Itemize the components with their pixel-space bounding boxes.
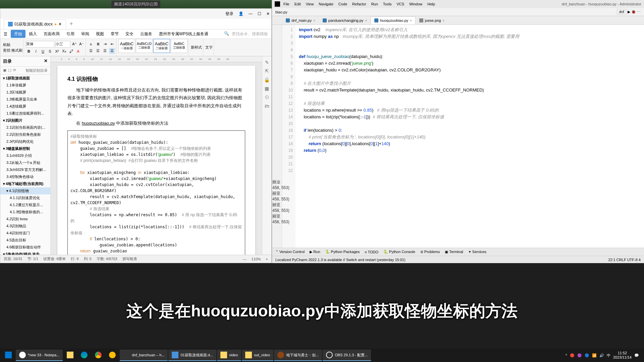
toc-item[interactable]: ▾4地下城处理(当前房间) [0, 180, 50, 187]
menu-edit[interactable]: Edit [292, 1, 303, 7]
toc-item[interactable]: 4.1.3怪物坐标值的... [0, 208, 50, 216]
align-justify-icon[interactable]: ☰ [109, 48, 115, 54]
tray-clock[interactable]: 11:52 2023/11/14 [613, 351, 632, 360]
menu-tools[interactable]: Tools [381, 1, 394, 7]
toc-collapse-icon[interactable]: ▢ [8, 68, 11, 73]
wps-doc-tab[interactable]: 01获取游戏画面.docx ● ✕ [4, 19, 66, 29]
menu-vcs[interactable]: VCS [395, 1, 407, 7]
toc-item[interactable]: 3.3ch9329 官方文档解... [0, 166, 50, 173]
toc-item[interactable]: 4.1.2通过方框显示... [0, 201, 50, 208]
status-spell[interactable]: 拼写检查 [122, 256, 137, 261]
login-button[interactable]: 登录 [225, 11, 233, 17]
run-config[interactable]: dnf [617, 9, 627, 14]
style-h2a[interactable]: AaBbCcD二级标题 [136, 39, 153, 53]
taskbar-item[interactable]: OBS 29.1.3 - 配置... [323, 350, 371, 361]
ribbon-tab-1[interactable]: 插入 [25, 30, 40, 38]
search-icon[interactable]: 🔍 [224, 31, 229, 37]
menu-code[interactable]: Code [336, 1, 349, 7]
project-gutter[interactable] [272, 25, 282, 248]
menu-refactor[interactable]: Refactor [350, 1, 368, 7]
text-tool-button[interactable]: 文字 [205, 45, 213, 50]
toc-item[interactable]: 4.2识别 boss [0, 216, 50, 223]
tool-tab[interactable]: ⊘ Problems [420, 250, 440, 254]
editor-tab[interactable]: juese.png × [416, 16, 448, 24]
toc-item[interactable]: 2.2识别当前角色坐标 [0, 131, 50, 138]
bullet-list-icon[interactable]: ≡ [88, 41, 94, 47]
strike-button[interactable]: S [47, 48, 53, 54]
toc-item[interactable]: ▾4.1识别怪物 [0, 187, 50, 194]
ribbon-tab-9[interactable]: 惠州市专属WPS线上服务通 [156, 30, 212, 38]
toc-close-icon[interactable]: ✕ [44, 58, 48, 64]
toc-item[interactable]: 3.4控制角色移动 [0, 173, 50, 180]
tool-tab[interactable]: ≡ TODO [365, 250, 378, 254]
toc-item[interactable]: 3.2从输入一个a 开始 [0, 159, 50, 166]
super-button[interactable]: X² [54, 48, 60, 54]
ribbon-tab-2[interactable]: 页面布局 [40, 30, 63, 38]
brush-button[interactable]: 格式刷 [11, 48, 22, 53]
tray-up-icon[interactable]: ^ [566, 353, 567, 357]
menu-run[interactable]: Run [369, 1, 380, 7]
dec-font-icon[interactable]: A⁻ [78, 41, 85, 47]
ribbon-tab-0[interactable]: 开始 [11, 30, 25, 38]
toc-item[interactable]: 4.3识别物品 [0, 223, 50, 230]
tray-app-icon[interactable]: 🟣 [577, 353, 582, 358]
align-center-icon[interactable]: ☰ [95, 48, 101, 54]
toc-item[interactable]: 2.1识别当前画面内容(... [0, 124, 50, 131]
taskbar-item[interactable]: dnf_banzhuan – h... [120, 350, 168, 361]
toc-item[interactable]: 2.3代码结构优化 [0, 138, 50, 145]
tray-app-icon[interactable]: 🔵 [585, 353, 589, 358]
style-h3[interactable]: AaBbC三级标题 [171, 39, 187, 53]
toc-item[interactable]: 4.5选出目标 [0, 237, 50, 244]
breadcrumb[interactable]: biao.py [275, 10, 287, 14]
search-box[interactable]: 查找命令、搜索模板 [232, 31, 268, 37]
menu-file[interactable]: File [281, 1, 291, 7]
align-right-icon[interactable]: ☰ [102, 48, 108, 54]
toc-item[interactable]: 4.1.1识别速度优化 [0, 194, 50, 201]
toc-item[interactable]: ▾3键盘鼠标控制 [0, 145, 50, 152]
folder-icon[interactable]: 🗁 [265, 103, 269, 109]
toc-item[interactable]: 1.2区域截屏 [0, 89, 50, 96]
toc-item[interactable]: 1.1单张截屏 [0, 82, 50, 89]
editor-tab[interactable]: panduanchangjing.py × [319, 16, 371, 24]
tray-wifi-icon[interactable]: 📶 [592, 353, 597, 358]
toc-item[interactable]: 1.3将截屏显示出来 [0, 96, 50, 103]
close-icon[interactable]: ✕ [266, 11, 270, 16]
taskbar-item[interactable]: video [217, 350, 241, 361]
taskbar-item[interactable]: out_video [242, 350, 273, 361]
align-left-icon[interactable]: ☰ [88, 48, 94, 54]
toc-item[interactable]: 1.4连续截屏 [0, 103, 50, 110]
paste-button[interactable]: 粘贴 [3, 42, 22, 47]
ribbon-tab-7[interactable]: 安全 [122, 30, 137, 38]
toc-item[interactable]: 1.5通过连续截屏得到... [0, 110, 50, 117]
taskbar-item[interactable] [106, 350, 119, 361]
tray-notify-icon[interactable]: 💬 [634, 353, 639, 358]
style-h2b[interactable]: AaBbC二级标题 [153, 39, 170, 53]
tray-ime-icon[interactable]: 中 [607, 353, 610, 358]
style-h1[interactable]: AaBbC一级标题 [118, 39, 135, 53]
ribbon-tab-4[interactable]: 审阅 [78, 30, 93, 38]
select-icon[interactable]: ⇱ [265, 68, 269, 74]
cut-button[interactable]: 剪切 [3, 48, 10, 53]
toc-item[interactable]: 4.6根据目标做出动作 [0, 244, 50, 251]
code-area[interactable]: import cv2 #opencv库, 在引入的使用使用cv2名称引入 imp… [296, 25, 644, 248]
inc-font-icon[interactable]: A⁺ [71, 41, 77, 47]
taskbar-item[interactable] [92, 350, 105, 361]
new-style-button[interactable]: 新样式 [191, 45, 202, 50]
tray-app-icon[interactable]: 🔴 [570, 353, 575, 358]
lock-icon[interactable]: 🔒 [264, 77, 270, 82]
tool-tab[interactable]: ▶ Run [310, 250, 320, 254]
highlight-button[interactable]: 🖍 [68, 48, 74, 54]
number-list-icon[interactable]: ≣ [95, 41, 101, 47]
toc-smart[interactable]: 智能识别目录 [25, 68, 48, 73]
toc-item[interactable]: ▾5角色动作(移动,攻击,拾取... [0, 251, 50, 255]
editor-tab[interactable]: huoquzuobiao.py × [371, 16, 416, 24]
font-select[interactable] [26, 41, 54, 48]
tab-close-icon[interactable]: ✕ [58, 22, 62, 26]
zoom-out-icon[interactable]: — [243, 257, 246, 261]
toc-expand-icon[interactable]: ▣ [3, 68, 6, 73]
taskbar-item[interactable]: *new 33 - Notepa... [16, 350, 63, 361]
taskbar-item[interactable] [77, 350, 91, 361]
taskbar-item[interactable]: 01获取游戏画面.d... [168, 350, 216, 361]
editor-tab[interactable]: dnf_main.py × [282, 16, 319, 24]
maximize-icon[interactable]: ☐ [258, 11, 261, 16]
